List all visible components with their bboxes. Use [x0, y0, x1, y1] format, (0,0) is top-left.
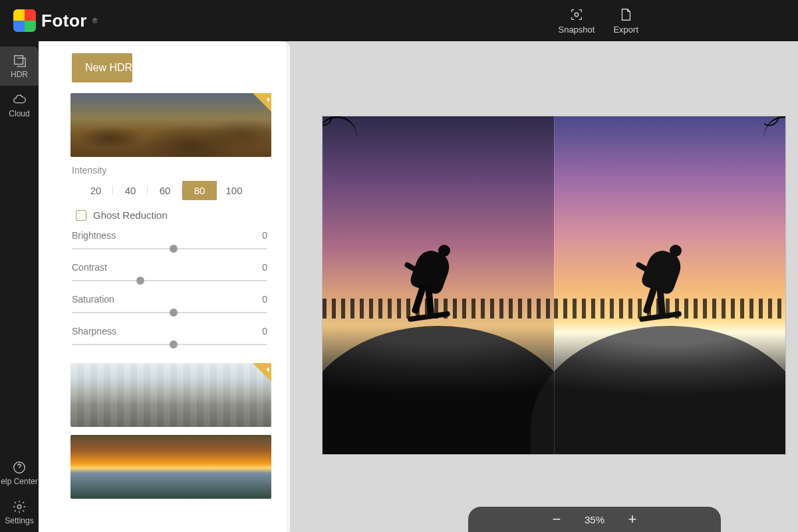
brand-name: Fotor: [41, 11, 87, 31]
saturation-label: Saturation: [72, 294, 114, 305]
left-rail: HDR Cloud elp Center Settings: [0, 41, 39, 532]
canvas-area: − 35% +: [290, 41, 798, 532]
svg-rect-1: [15, 56, 23, 65]
topbar-actions: Snapshot Export: [558, 7, 638, 35]
sharpness-value: 0: [262, 326, 267, 336]
ghost-reduction-row: Ghost Reduction: [76, 209, 270, 221]
saturation-thumb[interactable]: [170, 309, 178, 317]
preset-sunset[interactable]: [70, 435, 271, 499]
intensity-100[interactable]: 100: [217, 181, 251, 200]
zoom-out-button[interactable]: −: [549, 511, 565, 527]
premium-badge-icon: [253, 363, 271, 382]
svg-point-0: [575, 13, 579, 17]
gear-icon: [12, 499, 27, 514]
preview-after: [554, 116, 785, 454]
sharpness-label: Sharpness: [72, 326, 116, 336]
brightness-thumb[interactable]: [170, 245, 178, 253]
registered-mark: ®: [92, 17, 97, 25]
ghost-reduction-label: Ghost Reduction: [93, 209, 168, 221]
sharpness-slider[interactable]: [72, 338, 267, 351]
stack-icon: [12, 53, 27, 68]
comparison-divider[interactable]: [554, 116, 555, 454]
snapshot-label: Snapshot: [558, 25, 595, 35]
contrast-slider[interactable]: [72, 274, 267, 287]
svg-point-3: [17, 505, 21, 509]
contrast-value: 0: [262, 262, 267, 273]
contrast-thumb[interactable]: [136, 277, 144, 285]
brightness-slider[interactable]: [72, 242, 267, 255]
new-hdr-label: New HDR: [85, 62, 132, 74]
premium-badge-icon: [253, 93, 271, 112]
intensity-60[interactable]: 60: [148, 181, 182, 200]
export-label: Export: [613, 25, 638, 35]
intensity-options: 20 40 60 80 100: [78, 181, 270, 200]
zoom-in-button[interactable]: +: [624, 511, 640, 527]
help-icon: [12, 460, 27, 475]
rail-help-label: elp Center: [1, 477, 37, 486]
rail-settings-label: Settings: [5, 516, 33, 525]
saturation-slider[interactable]: [72, 306, 267, 319]
saturation-value: 0: [262, 294, 267, 305]
logo[interactable]: Fotor ®: [13, 9, 97, 32]
rail-item-cloud[interactable]: Cloud: [0, 86, 39, 125]
rail-hdr-label: HDR: [11, 70, 28, 79]
hdr-controls: Intensity 20 40 60 80 100 Ghost Reductio…: [72, 165, 270, 351]
sharpness-thumb[interactable]: [170, 340, 178, 348]
ghost-reduction-checkbox[interactable]: [76, 210, 86, 221]
zoom-level: 35%: [585, 514, 604, 525]
rail-item-help[interactable]: elp Center: [0, 454, 39, 493]
intensity-80[interactable]: 80: [182, 181, 217, 200]
export-button[interactable]: Export: [613, 7, 638, 35]
new-hdr-button[interactable]: New HDR: [72, 53, 132, 82]
hdr-panel: New HDR Intensity 20 40 60 80 100 Ghost …: [39, 41, 290, 532]
rail-item-settings[interactable]: Settings: [0, 493, 39, 532]
brightness-value: 0: [262, 230, 267, 241]
rail-item-hdr[interactable]: HDR: [0, 47, 39, 86]
zoom-bar: − 35% +: [468, 507, 721, 532]
preview-before: [323, 116, 554, 454]
preset-mountains[interactable]: [70, 93, 271, 157]
export-icon: [618, 7, 633, 22]
rail-cloud-label: Cloud: [9, 109, 29, 118]
intensity-40[interactable]: 40: [113, 181, 148, 200]
preset-city[interactable]: [70, 363, 271, 427]
slider-group: Brightness0 Contrast0 Saturation0 Sharpn…: [72, 230, 270, 351]
topbar: Fotor ® Snapshot Export: [0, 0, 798, 41]
intensity-label: Intensity: [72, 165, 270, 176]
logo-mark: [13, 9, 36, 32]
contrast-label: Contrast: [72, 262, 107, 273]
comparison-preview[interactable]: [322, 116, 786, 455]
snapshot-button[interactable]: Snapshot: [558, 7, 595, 35]
cloud-icon: [12, 92, 27, 107]
snapshot-icon: [569, 7, 584, 22]
intensity-20[interactable]: 20: [78, 181, 113, 200]
brightness-label: Brightness: [72, 230, 116, 241]
